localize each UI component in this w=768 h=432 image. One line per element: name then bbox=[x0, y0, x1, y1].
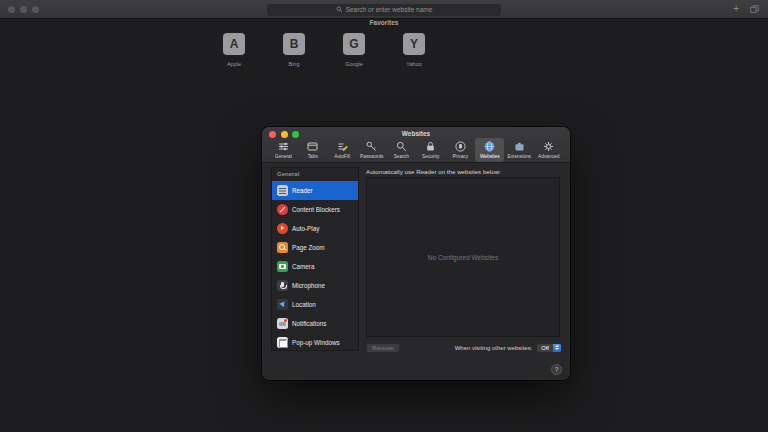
favicon-tile: G bbox=[343, 33, 365, 55]
websites-globe-icon bbox=[483, 140, 496, 153]
other-websites-label: When visiting other websites: bbox=[455, 345, 533, 351]
tab-general[interactable]: General bbox=[269, 138, 298, 162]
sidebar-item-location[interactable]: Location bbox=[272, 295, 358, 314]
content-blockers-icon bbox=[277, 204, 288, 215]
remove-button[interactable]: Remove bbox=[366, 343, 400, 353]
new-tab-button[interactable]: + bbox=[733, 4, 739, 14]
sidebar-item-label: Content Blockers bbox=[292, 206, 340, 213]
extensions-puzzle-icon bbox=[513, 140, 526, 153]
sidebar-item-label: Page Zoom bbox=[292, 244, 325, 251]
sidebar-item-page-zoom[interactable]: Page Zoom bbox=[272, 238, 358, 257]
notifications-icon bbox=[277, 318, 288, 329]
privacy-hand-icon bbox=[454, 140, 467, 153]
sidebar-item-popup-windows[interactable]: Pop-up Windows bbox=[272, 333, 358, 352]
favorite-google[interactable]: G Google bbox=[343, 33, 365, 67]
tab-label: Extensions bbox=[508, 154, 531, 159]
other-websites-dropdown[interactable]: Off bbox=[536, 343, 562, 353]
sidebar-item-camera[interactable]: Camera bbox=[272, 257, 358, 276]
sidebar-item-label: Notifications bbox=[292, 320, 326, 327]
passwords-icon bbox=[365, 140, 378, 153]
tab-autofill[interactable]: AutoFill bbox=[328, 138, 357, 162]
tab-label: Tabs bbox=[308, 154, 318, 159]
preferences-body: General Reader Content Blockers Auto-Pla… bbox=[262, 163, 570, 380]
preferences-titlebar: Websites General Tabs bbox=[262, 127, 570, 163]
favicon-tile: B bbox=[283, 33, 305, 55]
favorite-yahoo[interactable]: Y Yahoo bbox=[403, 33, 425, 67]
sidebar-item-label: Camera bbox=[292, 263, 314, 270]
tab-label: Search bbox=[394, 154, 409, 159]
dropdown-value: Off bbox=[537, 344, 553, 352]
tab-search[interactable]: Search bbox=[387, 138, 416, 162]
favorites-heading: Favorites bbox=[0, 19, 768, 26]
tabs-icon bbox=[306, 140, 319, 153]
sidebar-item-label: Reader bbox=[292, 187, 313, 194]
general-icon bbox=[277, 140, 290, 153]
sidebar-item-microphone[interactable]: Microphone bbox=[272, 276, 358, 295]
favorite-label: Google bbox=[345, 61, 363, 67]
tab-extensions[interactable]: Extensions bbox=[505, 138, 534, 162]
preferences-window: Websites General Tabs bbox=[262, 127, 570, 380]
sidebar-item-label: Pop-up Windows bbox=[292, 339, 340, 346]
tab-label: Advanced bbox=[538, 154, 559, 159]
tab-label: Passwords bbox=[360, 154, 383, 159]
tab-security[interactable]: Security bbox=[416, 138, 445, 162]
location-icon bbox=[277, 299, 288, 310]
address-search-field[interactable]: Search or enter website name bbox=[267, 4, 501, 16]
websites-sidebar: General Reader Content Blockers Auto-Pla… bbox=[271, 167, 359, 351]
tab-passwords[interactable]: Passwords bbox=[357, 138, 386, 162]
tab-label: Privacy bbox=[452, 154, 468, 159]
advanced-gear-icon bbox=[542, 140, 555, 153]
favorites-row: A Apple B Bing G Google Y Yahoo bbox=[223, 33, 425, 67]
close-button[interactable] bbox=[8, 6, 15, 13]
sidebar-item-label: Microphone bbox=[292, 282, 325, 289]
favicon-tile: Y bbox=[403, 33, 425, 55]
sidebar-item-reader[interactable]: Reader bbox=[272, 181, 358, 200]
favicon-tile: A bbox=[223, 33, 245, 55]
camera-icon bbox=[277, 261, 288, 272]
reader-icon bbox=[277, 185, 288, 196]
favorite-bing[interactable]: B Bing bbox=[283, 33, 305, 67]
minimize-button[interactable] bbox=[20, 6, 27, 13]
tab-tabs[interactable]: Tabs bbox=[298, 138, 327, 162]
favorite-apple[interactable]: A Apple bbox=[223, 33, 245, 67]
sidebar-item-label: Location bbox=[292, 301, 316, 308]
tab-label: General bbox=[275, 154, 292, 159]
zoom-button[interactable] bbox=[32, 6, 39, 13]
tab-websites[interactable]: Websites bbox=[475, 138, 504, 162]
window-title: Websites bbox=[262, 130, 570, 137]
sidebar-item-label: Auto-Play bbox=[292, 225, 319, 232]
dropdown-stepper-icon bbox=[553, 344, 561, 352]
favorite-label: Yahoo bbox=[406, 61, 422, 67]
tab-label: Security bbox=[422, 154, 439, 159]
popup-windows-icon bbox=[277, 337, 288, 348]
search-icon bbox=[336, 6, 343, 13]
tab-overview-icon[interactable] bbox=[750, 5, 759, 14]
preferences-toolbar: General Tabs AutoFill bbox=[262, 138, 570, 163]
sidebar-section-header: General bbox=[272, 168, 358, 181]
tab-privacy[interactable]: Privacy bbox=[446, 138, 475, 162]
help-button[interactable]: ? bbox=[551, 364, 562, 375]
empty-state-text: No Configured Websites bbox=[428, 254, 498, 261]
browser-traffic-lights bbox=[8, 6, 39, 13]
sidebar-item-content-blockers[interactable]: Content Blockers bbox=[272, 200, 358, 219]
tab-label: AutoFill bbox=[334, 154, 350, 159]
tab-advanced[interactable]: Advanced bbox=[534, 138, 563, 162]
security-lock-icon bbox=[424, 140, 437, 153]
configured-websites-list[interactable]: No Configured Websites bbox=[366, 177, 560, 337]
auto-play-icon bbox=[277, 223, 288, 234]
search-placeholder: Search or enter website name bbox=[346, 6, 433, 13]
favorite-label: Apple bbox=[227, 61, 241, 67]
bottom-controls: Remove When visiting other websites: Off bbox=[366, 342, 562, 353]
microphone-icon bbox=[277, 280, 288, 291]
page-zoom-icon bbox=[277, 242, 288, 253]
reader-caption: Automatically use Reader on the websites… bbox=[366, 168, 501, 175]
sidebar-item-auto-play[interactable]: Auto-Play bbox=[272, 219, 358, 238]
browser-toolbar: Search or enter website name + bbox=[0, 0, 768, 19]
autofill-icon bbox=[336, 140, 349, 153]
sidebar-item-notifications[interactable]: Notifications bbox=[272, 314, 358, 333]
favorite-label: Bing bbox=[288, 61, 299, 67]
search-icon bbox=[395, 140, 408, 153]
tab-label: Websites bbox=[480, 154, 500, 159]
